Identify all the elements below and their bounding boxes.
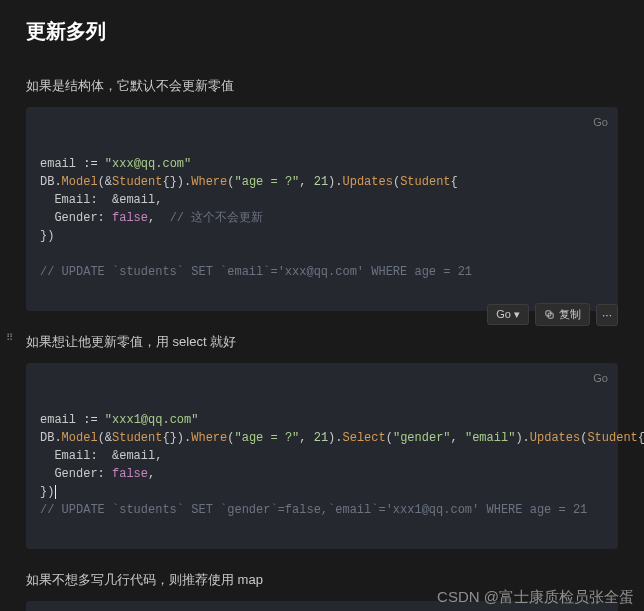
code-comment: // UPDATE `students` SET `gender`=false,… (40, 503, 587, 517)
code-text: {}). (162, 431, 191, 445)
code-text: ). (328, 431, 342, 445)
desc-3: 如果不想多写几行代码，则推荐使用 map (26, 571, 618, 589)
section-struct-default: 如果是结构体，它默认不会更新零值 Go email := "xxx@qq.com… (26, 77, 618, 311)
code-text: Gender: (40, 467, 112, 481)
code-block-3: Go DB.Model(&Student{}).Where("age = ?",… (26, 601, 618, 611)
lang-badge: Go (593, 369, 608, 387)
section-map-shortcut: 如果不想多写几行代码，则推荐使用 map Go DB.Model(&Studen… (26, 571, 618, 611)
code-text: ). (515, 431, 529, 445)
code-text: ). (328, 175, 342, 189)
code-text: , (299, 175, 313, 189)
code-text: Model (62, 431, 98, 445)
code-text: Model (62, 175, 98, 189)
code-text: DB. (40, 431, 62, 445)
copy-icon (544, 309, 555, 320)
code-text: "xxx@qq.com" (105, 157, 191, 171)
code-text: { (451, 175, 458, 189)
code-text: 21 (314, 175, 328, 189)
code-text: , (451, 431, 465, 445)
drag-handle-icon[interactable]: ⠿ (6, 335, 13, 341)
code-block-1: Go email := "xxx@qq.com" DB.Model(&Stude… (26, 107, 618, 311)
code-text: DB. (40, 175, 62, 189)
code-text: (& (98, 175, 112, 189)
page-title: 更新多列 (26, 18, 618, 45)
code-text: Where (191, 175, 227, 189)
code-text: := (83, 157, 105, 171)
desc-2: 如果想让他更新零值，用 select 就好 (26, 333, 618, 351)
desc-1: 如果是结构体，它默认不会更新零值 (26, 77, 618, 95)
code-text: Student (400, 175, 450, 189)
text-cursor-icon (55, 485, 56, 499)
section-select-zero: ⠿ 如果想让他更新零值，用 select 就好 Go ▾ 复制 ··· Go e… (26, 333, 618, 549)
code-text: "email" (465, 431, 515, 445)
code-text: := (83, 413, 105, 427)
code-text: Gender: (40, 211, 112, 225)
code-text: }) (40, 485, 54, 499)
code-text: Where (191, 431, 227, 445)
code-text: , (299, 431, 313, 445)
code-text: Select (343, 431, 386, 445)
more-icon: ··· (602, 308, 612, 322)
copy-button[interactable]: 复制 (535, 303, 590, 326)
lang-badge: Go (593, 113, 608, 131)
code-comment: // UPDATE `students` SET `email`='xxx@qq… (40, 265, 472, 279)
code-text: Student (112, 175, 162, 189)
code-text: email (40, 157, 83, 171)
code-comment: // 这个不会更新 (170, 211, 264, 225)
code-text: { (638, 431, 644, 445)
code-text: {}). (162, 175, 191, 189)
lang-select-label: Go ▾ (496, 308, 520, 321)
code-text: Student (112, 431, 162, 445)
code-text: "xxx1@qq.com" (105, 413, 199, 427)
code-text: }) (40, 229, 54, 243)
language-select-button[interactable]: Go ▾ (487, 304, 529, 325)
code-text: Student (587, 431, 637, 445)
lang-badge: Go (593, 607, 608, 611)
code-text: Updates (530, 431, 580, 445)
code-text: ( (386, 431, 393, 445)
code-text: email (40, 413, 83, 427)
code-text: "age = ?" (234, 175, 299, 189)
code-text: Email: &email, (40, 193, 162, 207)
more-button[interactable]: ··· (596, 304, 618, 326)
code-text: false (112, 467, 148, 481)
code-text: "gender" (393, 431, 451, 445)
code-text: , (148, 467, 155, 481)
code-block-2: Go email := "xxx1@qq.com" DB.Model(&Stud… (26, 363, 618, 549)
code-toolbar: Go ▾ 复制 ··· (487, 303, 618, 326)
code-text: , (148, 211, 170, 225)
code-text: Updates (343, 175, 393, 189)
code-text: (& (98, 431, 112, 445)
code-text: 21 (314, 431, 328, 445)
copy-label: 复制 (559, 307, 581, 322)
code-text: Email: &email, (40, 449, 162, 463)
code-text: "age = ?" (234, 431, 299, 445)
code-text: false (112, 211, 148, 225)
